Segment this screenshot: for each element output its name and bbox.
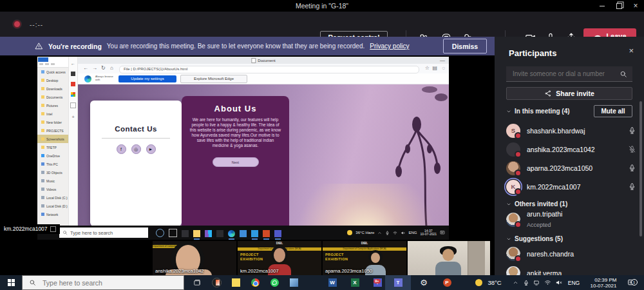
edge-browser-window: Document — ← → ↻ ⌂ File | D:/PROJECTS(1)… [78, 57, 449, 226]
presence-busy-dot [515, 169, 522, 177]
weather-temp[interactable]: 38°C [484, 275, 505, 290]
contact-card: Contact Us f ◎ ► [90, 101, 182, 226]
action-center-button[interactable]: 1 [625, 275, 638, 290]
flower-silhouette-decoration [365, 84, 449, 226]
explorer-item: Desktop [37, 76, 68, 84]
video-tile-participant[interactable] [408, 241, 490, 275]
invite-status: Accepted [527, 222, 551, 228]
minimize-icon [600, 6, 605, 6]
explorer-item: PROJECTS [37, 126, 68, 135]
participant-row[interactable]: anshika.2023mca1042 [501, 140, 639, 159]
chevron-up-icon [513, 280, 518, 285]
search-icon [62, 230, 68, 235]
explorer-item: Music [37, 177, 68, 185]
connected-device-icon [533, 280, 540, 286]
suggestions-section-header[interactable]: Suggestions (5) [506, 235, 563, 242]
dismiss-button[interactable]: Dismiss [443, 39, 487, 53]
mute-all-button[interactable]: Mute all [594, 105, 632, 117]
panel-close-icon[interactable]: × [629, 46, 634, 55]
volume-button[interactable] [554, 275, 563, 290]
clock[interactable]: 02:39 PM 10-07-2021 [585, 275, 622, 290]
search-icon[interactable] [620, 70, 627, 78]
avatar [506, 142, 520, 157]
panel-scrollbar[interactable] [639, 101, 642, 237]
sticky-notes-button[interactable] [227, 275, 245, 290]
explorer-item: Local Disk (D:) [37, 202, 68, 210]
explorer-item: Network [37, 210, 68, 218]
start-button[interactable] [0, 275, 22, 290]
minimize-button[interactable] [594, 0, 611, 12]
video-tile-km[interactable]: DIBL Department of Computer Applications… [238, 241, 321, 275]
search-icon [29, 279, 36, 286]
others-invited-section-header[interactable]: Others invited (1) [506, 200, 567, 208]
task-view-icon [169, 229, 177, 237]
participant-row[interactable]: ankit.verma [501, 264, 639, 275]
favorites-icon: ☆ [425, 65, 430, 71]
explorer-item: Local Disk (C:) [37, 193, 68, 202]
vscode-icon [251, 230, 258, 237]
explorer-item: Downloads [37, 84, 68, 93]
avatar [506, 161, 520, 175]
close-button[interactable]: × [627, 0, 644, 12]
kmplayer-icon [212, 278, 222, 287]
browser-toolbar: ← → ↻ ⌂ File | D:/PROJECTS(1)/AboutUs.ht… [78, 64, 449, 74]
chrome-icon [251, 278, 260, 287]
settings-button[interactable]: ⚙ [415, 275, 433, 290]
folder-icon [41, 79, 44, 82]
room-door [468, 241, 485, 275]
teams-active-button[interactable]: T [389, 275, 407, 290]
tray-overflow-button[interactable] [511, 275, 520, 290]
slide-title: PROJECT EXHIBITION [325, 253, 356, 261]
shared-screen-taskbar: Type here to search 36°C Haze ENG 14:37 [37, 226, 449, 240]
shared-language: ENG [408, 231, 417, 235]
video-tile-anshika[interactable]: Department of Computer Applications (MCA… [153, 241, 236, 275]
task-view-button[interactable] [188, 275, 206, 290]
explorer-item-selected: Screenshots [37, 135, 68, 143]
share-invite-button[interactable]: Share invite [506, 87, 632, 100]
mic-on-icon[interactable] [628, 182, 636, 191]
teams-notification-button[interactable]: T9+ [368, 275, 386, 290]
participant-row[interactable]: aparna.2023mca1050 [501, 159, 639, 177]
video-tile-aparna[interactable]: DIBL Department of Computer Applications… [323, 241, 406, 275]
window-title: Meeting in "G-18" [0, 0, 644, 12]
folder-icon [41, 104, 44, 107]
app-tile-icon [71, 72, 75, 76]
avatar [506, 247, 520, 261]
invite-input[interactable] [511, 70, 618, 78]
warning-icon [35, 42, 43, 50]
window-icon [182, 230, 189, 237]
kmplayer-button[interactable] [207, 275, 225, 290]
mic-on-icon[interactable] [628, 164, 636, 172]
meeting-timer: --:-- [30, 21, 43, 28]
edge-sidebar-strip: ← + [68, 57, 78, 231]
participant-row[interactable]: arun.tripathi Accepted [501, 209, 639, 230]
teams-icon: T [394, 278, 402, 287]
participant-row[interactable]: S shashank.bhardwaj [501, 121, 639, 140]
taskbar-search-input[interactable] [41, 278, 166, 287]
profile-icon: ◌ [442, 65, 445, 71]
weather-icon-button[interactable] [474, 275, 483, 290]
plus-icon: + [71, 114, 75, 120]
chrome-button[interactable] [246, 275, 264, 290]
in-meeting-section-header[interactable]: In this meeting (4) [506, 108, 570, 115]
privacy-policy-link[interactable]: Privacy policy [370, 43, 409, 50]
slide-logo: DIBL [323, 242, 406, 245]
powerpoint-button[interactable]: P [438, 275, 456, 290]
explorer-ribbon [37, 57, 68, 68]
network-button[interactable] [543, 275, 552, 290]
photos-app-button[interactable] [285, 275, 303, 290]
language-indicator[interactable]: ENG [565, 275, 582, 290]
word-button[interactable]: W [323, 275, 341, 290]
whatsapp-button[interactable] [265, 275, 283, 290]
participant-row[interactable]: K km.2022mca1007 [501, 177, 639, 196]
participant-row[interactable]: naresh.chandra [501, 244, 639, 263]
restore-button[interactable] [611, 0, 627, 12]
taskbar-search-box[interactable] [22, 275, 184, 290]
mic-off-icon[interactable] [628, 145, 636, 153]
mic-on-icon[interactable] [628, 126, 636, 135]
excel-button[interactable]: X [346, 275, 364, 290]
tray-device-button[interactable] [532, 275, 541, 290]
tray-mic-button[interactable] [522, 275, 531, 290]
wifi-icon [544, 279, 551, 286]
explorer-item: 3D Objects [37, 168, 68, 177]
